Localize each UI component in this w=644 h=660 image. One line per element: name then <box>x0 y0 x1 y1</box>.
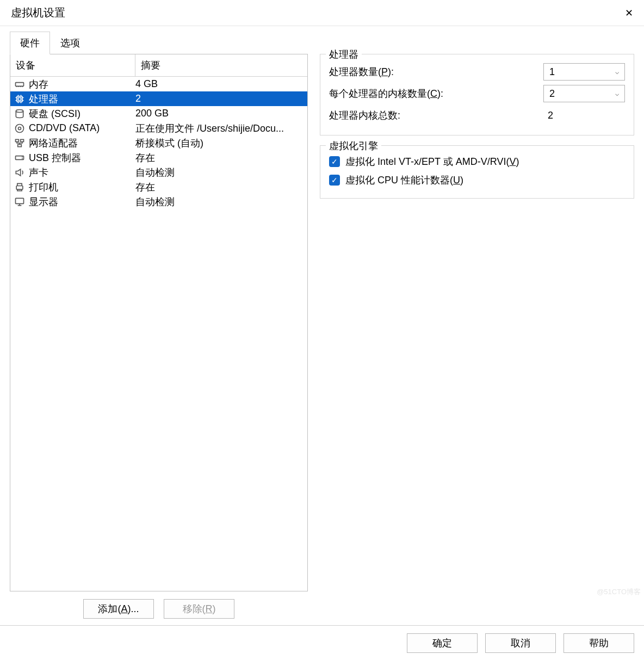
total-cores-label: 处理器内核总数: <box>329 109 543 122</box>
display-icon <box>14 196 26 208</box>
num-processors-value: 1 <box>549 66 555 78</box>
svg-rect-0 <box>16 82 24 86</box>
svg-rect-2 <box>18 97 21 100</box>
ok-button[interactable]: 确定 <box>407 633 478 653</box>
vtx-checkbox[interactable]: ✓ <box>329 156 340 167</box>
device-summary: 正在使用文件 /Users/shijie/Docu... <box>135 122 307 135</box>
device-summary: 自动检测 <box>135 166 307 179</box>
device-row[interactable]: 声卡自动检测 <box>10 165 307 180</box>
device-name: 处理器 <box>29 92 135 106</box>
printer-icon <box>14 181 26 193</box>
device-summary: 存在 <box>135 151 307 164</box>
device-name: 打印机 <box>29 181 135 194</box>
perf-counter-label: 虚拟化 CPU 性能计数器(U) <box>345 174 463 187</box>
memory-icon <box>14 78 26 90</box>
perf-counter-checkbox[interactable]: ✓ <box>329 175 340 186</box>
device-row[interactable]: USB 控制器存在 <box>10 150 307 165</box>
add-button[interactable]: 添加(A)... <box>83 599 154 619</box>
device-summary: 2 <box>135 93 307 104</box>
virt-engine-legend: 虚拟化引擎 <box>326 139 381 152</box>
device-summary: 4 GB <box>135 78 307 90</box>
dialog-footer: 确定 取消 帮助 <box>0 625 644 660</box>
processors-legend: 处理器 <box>326 48 362 61</box>
svg-point-3 <box>16 109 23 112</box>
svg-rect-8 <box>18 144 22 146</box>
device-summary: 自动检测 <box>135 195 307 208</box>
svg-point-4 <box>16 124 24 132</box>
close-icon: ✕ <box>625 7 633 19</box>
num-processors-label: 处理器数量(P): <box>329 65 543 78</box>
device-name: 内存 <box>29 78 135 91</box>
disk-icon <box>14 108 26 120</box>
cpu-icon <box>14 93 26 105</box>
cores-per-proc-value: 2 <box>549 88 555 100</box>
num-processors-select[interactable]: 1 ⌵ <box>543 63 625 81</box>
chevron-down-icon: ⌵ <box>615 90 619 97</box>
device-list-header: 设备 摘要 <box>10 54 307 77</box>
tab-row: 硬件 选项 <box>0 26 644 54</box>
svg-rect-10 <box>16 186 23 189</box>
remove-button-label: 移除(R) <box>183 602 216 615</box>
virt-engine-group: 虚拟化引擎 ✓ 虚拟化 Intel VT-x/EPT 或 AMD-V/RVI(V… <box>320 145 634 199</box>
tab-hardware[interactable]: 硬件 <box>10 32 50 54</box>
window-title: 虚拟机设置 <box>11 5 65 20</box>
processors-group: 处理器 处理器数量(P): 1 ⌵ 每个处理器的内核数量(C): 2 <box>320 54 634 135</box>
titlebar: 虚拟机设置 ✕ <box>0 0 644 26</box>
column-header-summary[interactable]: 摘要 <box>135 54 307 76</box>
cores-per-proc-select[interactable]: 2 ⌵ <box>543 85 625 102</box>
svg-rect-7 <box>21 139 24 141</box>
remove-button: 移除(R) <box>164 599 234 619</box>
close-button[interactable]: ✕ <box>614 0 644 26</box>
column-header-device[interactable]: 设备 <box>10 54 135 76</box>
cores-per-proc-label: 每个处理器的内核数量(C): <box>329 87 543 100</box>
total-cores-value: 2 <box>543 110 625 121</box>
device-summary: 桥接模式 (自动) <box>135 137 307 150</box>
svg-rect-11 <box>16 198 24 203</box>
cd-icon <box>14 122 26 134</box>
check-icon: ✓ <box>331 176 338 184</box>
device-row[interactable]: 显示器自动检测 <box>10 194 307 209</box>
tab-options[interactable]: 选项 <box>50 32 90 54</box>
device-row[interactable]: 网络适配器桥接模式 (自动) <box>10 135 307 150</box>
device-name: 网络适配器 <box>29 137 135 150</box>
device-listbox[interactable]: 设备 摘要 内存4 GB处理器2硬盘 (SCSI)200 GBCD/DVD (S… <box>10 54 308 591</box>
check-icon: ✓ <box>331 157 338 166</box>
usb-icon <box>14 152 26 164</box>
svg-point-5 <box>18 127 21 129</box>
device-row[interactable]: 打印机存在 <box>10 180 307 194</box>
device-row[interactable]: 内存4 GB <box>10 77 307 91</box>
device-name: 声卡 <box>29 166 135 179</box>
device-name: 显示器 <box>29 195 135 208</box>
device-name: USB 控制器 <box>29 151 135 164</box>
svg-rect-1 <box>17 96 22 102</box>
device-row[interactable]: 硬盘 (SCSI)200 GB <box>10 106 307 121</box>
sound-icon <box>14 166 26 178</box>
vtx-label: 虚拟化 Intel VT-x/EPT 或 AMD-V/RVI(V) <box>345 155 519 168</box>
network-icon <box>14 137 26 149</box>
svg-rect-6 <box>16 139 19 141</box>
device-name: CD/DVD (SATA) <box>29 122 135 134</box>
chevron-down-icon: ⌵ <box>615 68 619 76</box>
device-name: 硬盘 (SCSI) <box>29 107 135 120</box>
device-row[interactable]: CD/DVD (SATA)正在使用文件 /Users/shijie/Docu..… <box>10 121 307 135</box>
help-button[interactable]: 帮助 <box>564 633 634 653</box>
cancel-button[interactable]: 取消 <box>485 633 556 653</box>
device-summary: 200 GB <box>135 108 307 119</box>
device-row[interactable]: 处理器2 <box>10 91 307 106</box>
device-summary: 存在 <box>135 181 307 194</box>
add-button-label: 添加(A)... <box>98 602 139 615</box>
